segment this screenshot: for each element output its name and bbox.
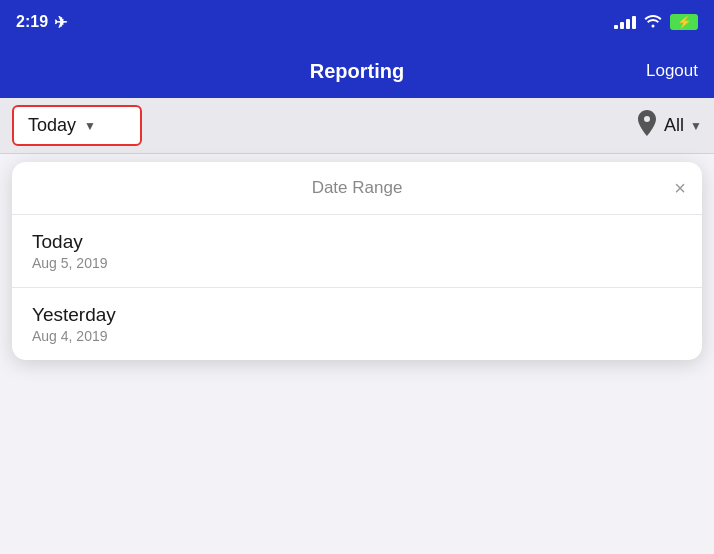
date-range-title: Date Range [312, 178, 403, 198]
signal-icon [614, 16, 636, 29]
location-pin-icon [636, 110, 658, 142]
nav-bar: Reporting Logout [0, 44, 714, 98]
logout-button[interactable]: Logout [646, 61, 698, 81]
option-sub: Aug 4, 2019 [32, 328, 682, 344]
date-dropdown-button[interactable]: Today ▼ [12, 105, 142, 146]
chevron-down-icon: ▼ [84, 119, 96, 133]
status-left: 2:19 ✈ [16, 13, 67, 32]
status-bar: 2:19 ✈ ⚡ [0, 0, 714, 44]
navigation-icon: ✈ [54, 13, 67, 32]
option-label: Yesterday [32, 304, 682, 326]
close-button[interactable]: × [674, 178, 686, 198]
page-title: Reporting [310, 60, 404, 83]
toolbar: Today ▼ All ▼ [0, 98, 714, 154]
date-dropdown-label: Today [28, 115, 76, 136]
date-range-header: Date Range × [12, 162, 702, 215]
location-filter-label: All [664, 115, 684, 136]
option-sub: Aug 5, 2019 [32, 255, 682, 271]
status-right: ⚡ [614, 14, 698, 31]
location-chevron-down-icon: ▼ [690, 119, 702, 133]
list-item[interactable]: Today Aug 5, 2019 [12, 215, 702, 288]
time-display: 2:19 [16, 13, 48, 31]
date-range-modal: Date Range × Today Aug 5, 2019 Yesterday… [12, 162, 702, 360]
battery-icon: ⚡ [670, 14, 698, 30]
wifi-icon [644, 14, 662, 31]
date-range-panel: Date Range × Today Aug 5, 2019 Yesterday… [12, 162, 702, 360]
option-label: Today [32, 231, 682, 253]
list-item[interactable]: Yesterday Aug 4, 2019 [12, 288, 702, 360]
location-filter-button[interactable]: All ▼ [636, 110, 702, 142]
